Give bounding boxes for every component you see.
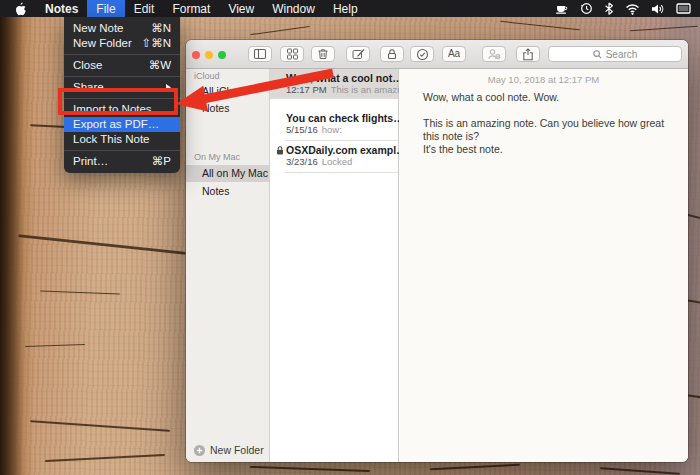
time-machine-icon[interactable]: [580, 2, 593, 15]
checklist-icon: [416, 48, 429, 61]
trash-icon: [317, 48, 329, 60]
note-body: Wow, what a cool note. Wow. This is an a…: [423, 91, 670, 156]
new-folder-label: New Folder: [210, 444, 264, 456]
sidebar-section-icloud: iCloud: [194, 71, 220, 81]
lock-icon: [386, 48, 398, 60]
menu-item-new-folder[interactable]: New Folder ⇧⌘N: [64, 36, 180, 51]
menu-separator: [64, 54, 180, 55]
plus-circle-icon: [194, 445, 205, 456]
zoom-window-button[interactable]: [218, 51, 226, 59]
sidebar-item-icloud-notes[interactable]: Notes: [186, 100, 270, 117]
columns-view-button[interactable]: [248, 46, 272, 62]
close-window-button[interactable]: [192, 51, 200, 59]
menu-item-export-as-pdf[interactable]: Export as PDF…: [64, 117, 180, 132]
note-line: This is an amazing note. Can you believe…: [423, 117, 670, 143]
sidebar-item-all-icloud[interactable]: All iCloud: [186, 83, 270, 100]
apple-menu-icon[interactable]: [14, 2, 26, 16]
menubar-item-file[interactable]: File: [87, 0, 124, 17]
search-placeholder: Search: [606, 49, 638, 60]
note-editor[interactable]: May 10, 2018 at 12:17 PM Wow, what a coo…: [399, 69, 688, 462]
menu-item-print[interactable]: Print… ⌘P: [64, 154, 180, 169]
sidebar-section-on-my-mac: On My Mac: [194, 152, 240, 162]
compose-note-button[interactable]: [346, 46, 370, 62]
text-format-button[interactable]: Aa: [442, 46, 466, 62]
delete-note-button[interactable]: [311, 46, 335, 62]
note-line: It's the best note.: [423, 143, 670, 156]
menu-separator: [64, 150, 180, 151]
wifi-icon[interactable]: [625, 3, 640, 15]
new-folder-button[interactable]: New Folder: [186, 438, 270, 462]
menu-separator: [64, 76, 180, 77]
note-date: May 10, 2018 at 12:17 PM: [399, 74, 688, 85]
list-item-flights-note[interactable]: You can check flights… 5/15/16how:: [270, 98, 398, 140]
display-icon[interactable]: [676, 3, 691, 14]
lock-note-button[interactable]: [380, 46, 404, 62]
search-input[interactable]: Search: [548, 46, 682, 62]
note-line: [423, 104, 670, 117]
locked-note-icon: [276, 146, 284, 155]
minimize-window-button[interactable]: [205, 51, 213, 59]
list-item-wow-note[interactable]: Wow, what a cool not… 12:17 PMThis is an…: [270, 69, 398, 98]
menubar-item-view[interactable]: View: [219, 0, 263, 17]
sidebar-item-mac-notes[interactable]: Notes: [186, 183, 270, 200]
folders-sidebar: iCloud All iCloud Notes On My Mac All on…: [186, 69, 270, 462]
text-format-label: Aa: [448, 49, 460, 59]
sidebar-item-all-on-my-mac[interactable]: All on My Mac: [186, 165, 270, 182]
share-button[interactable]: [516, 46, 540, 62]
columns-view-icon: [253, 48, 267, 60]
caffeine-cup-icon[interactable]: [555, 3, 569, 15]
list-item-osxdaily-note[interactable]: OSXDaily.com exampl… 3/23/16Locked: [270, 140, 398, 172]
menubar-item-window[interactable]: Window: [263, 0, 324, 17]
compose-icon: [352, 48, 365, 60]
menu-bar: Notes File Edit Format View Window Help: [0, 0, 700, 17]
add-people-icon: [487, 48, 501, 60]
menubar-item-help[interactable]: Help: [324, 0, 367, 17]
volume-icon[interactable]: [651, 3, 665, 15]
notes-list: Wow, what a cool not… 12:17 PMThis is an…: [270, 69, 399, 462]
grid-view-button[interactable]: [280, 46, 304, 62]
menu-item-new-note[interactable]: New Note ⌘N: [64, 21, 180, 36]
bluetooth-icon[interactable]: [604, 2, 614, 15]
share-icon: [522, 48, 534, 61]
window-toolbar: Aa Search: [186, 40, 688, 69]
grid-view-icon: [286, 48, 299, 60]
menu-item-close[interactable]: Close ⌘W: [64, 58, 180, 73]
menubar-app-name[interactable]: Notes: [36, 0, 87, 17]
menubar-item-edit[interactable]: Edit: [125, 0, 164, 17]
notes-window: Aa Search iCloud All iCloud Notes On My …: [186, 40, 688, 462]
checklist-button[interactable]: [410, 46, 434, 62]
menubar-item-format[interactable]: Format: [163, 0, 219, 17]
annotation-red-box: [58, 88, 178, 115]
search-icon: [593, 50, 602, 59]
menu-item-lock-this-note[interactable]: Lock This Note: [64, 132, 180, 147]
note-line: Wow, what a cool note. Wow.: [423, 91, 670, 104]
add-people-button[interactable]: [482, 46, 506, 62]
